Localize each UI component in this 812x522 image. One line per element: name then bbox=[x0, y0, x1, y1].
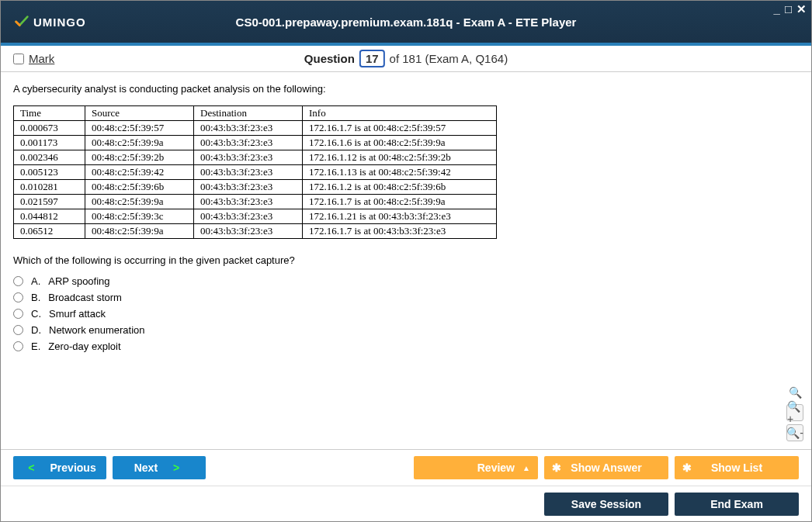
option-b[interactable]: B. Broadcast storm bbox=[13, 292, 799, 303]
table-cell: 00:43:b3:3f:23:e3 bbox=[194, 209, 303, 224]
option-radio[interactable] bbox=[13, 276, 23, 286]
table-cell: 00:43:b3:3f:23:e3 bbox=[194, 195, 303, 209]
titlebar: UMINGO CS0-001.prepaway.premium.exam.181… bbox=[1, 1, 811, 43]
show-answer-label: Show Answer bbox=[571, 462, 641, 474]
option-text: Network enumeration bbox=[49, 324, 145, 336]
table-cell: 0.044812 bbox=[14, 209, 85, 224]
table-row: 0.00234600:48:c2:5f:39:2b00:43:b3:3f:23:… bbox=[14, 150, 497, 165]
question-total: of 181 (Exam A, Q164) bbox=[390, 52, 508, 65]
table-cell: 0.06512 bbox=[14, 224, 85, 239]
show-answer-button[interactable]: ✱Show Answer bbox=[544, 456, 668, 479]
table-cell: 00:43:b3:3f:23:e3 bbox=[194, 224, 303, 239]
option-d[interactable]: D. Network enumeration bbox=[13, 324, 799, 336]
table-row: 0.01028100:48:c2:5f:39:6b00:43:b3:3f:23:… bbox=[14, 180, 497, 195]
end-exam-button[interactable]: End Exam bbox=[675, 493, 799, 516]
option-letter: C. bbox=[31, 308, 41, 320]
option-e[interactable]: E. Zero-day exploit bbox=[13, 341, 799, 352]
next-button[interactable]: Next> bbox=[113, 456, 206, 479]
option-text: Zero-day exploit bbox=[48, 341, 120, 352]
star-icon: ✱ bbox=[552, 462, 561, 474]
close-icon[interactable]: ✕ bbox=[796, 2, 807, 16]
option-text: ARP spoofing bbox=[48, 275, 109, 287]
option-letter: E. bbox=[31, 341, 40, 352]
options-list: A. ARP spoofingB. Broadcast stormC. Smur… bbox=[13, 275, 799, 352]
chevron-right-icon: > bbox=[173, 462, 179, 474]
maximize-icon[interactable]: □ bbox=[785, 2, 792, 16]
table-cell: 172.16.1.7 is at 00:48:c2:5f:39:9a bbox=[303, 195, 497, 209]
brand-logo: UMINGO bbox=[13, 13, 86, 30]
table-row: 0.02159700:48:c2:5f:39:9a00:43:b3:3f:23:… bbox=[14, 195, 497, 209]
col-time: Time bbox=[14, 106, 85, 121]
table-cell: 00:48:c2:5f:39:2b bbox=[85, 150, 194, 165]
question-prompt: A cybersecurity analyst is conducting pa… bbox=[13, 83, 799, 95]
option-a[interactable]: A. ARP spoofing bbox=[13, 275, 799, 287]
table-cell: 0.005123 bbox=[14, 165, 85, 180]
question-header: Mark Question 17 of 181 (Exam A, Q164) bbox=[1, 46, 811, 72]
window-title: CS0-001.prepaway.premium.exam.181q - Exa… bbox=[236, 16, 577, 29]
table-cell: 172.16.1.6 is at 00:48:c2:5f:39:9a bbox=[303, 136, 497, 150]
question-word: Question bbox=[304, 52, 355, 65]
table-cell: 172.16.1.12 is at 00:48:c2:5f:39:2b bbox=[303, 150, 497, 165]
chevron-left-icon: < bbox=[28, 462, 34, 474]
option-radio[interactable] bbox=[13, 325, 23, 335]
save-session-button[interactable]: Save Session bbox=[544, 493, 668, 516]
table-cell: 0.010281 bbox=[14, 180, 85, 195]
minimize-icon[interactable]: _ bbox=[774, 2, 780, 16]
brand-text: UMINGO bbox=[33, 16, 86, 29]
table-cell: 00:43:b3:3f:23:e3 bbox=[194, 180, 303, 195]
table-cell: 172.16.1.2 is at 00:48:c2:5f:39:6b bbox=[303, 180, 497, 195]
option-letter: D. bbox=[31, 324, 41, 336]
review-label: Review bbox=[477, 462, 515, 474]
previous-button[interactable]: <Previous bbox=[13, 456, 106, 479]
table-row: 0.00067300:48:c2:5f:39:5700:43:b3:3f:23:… bbox=[14, 121, 497, 136]
option-text: Broadcast storm bbox=[48, 292, 122, 303]
table-cell: 00:43:b3:3f:23:e3 bbox=[194, 136, 303, 150]
star-icon: ✱ bbox=[682, 462, 692, 474]
table-cell: 00:48:c2:5f:39:9a bbox=[85, 224, 194, 239]
table-cell: 0.001173 bbox=[14, 136, 85, 150]
checkmark-icon bbox=[13, 13, 30, 30]
table-cell: 00:48:c2:5f:39:9a bbox=[85, 136, 194, 150]
table-cell: 172.16.1.13 is at 00:48:c2:5f:39:42 bbox=[303, 165, 497, 180]
table-row: 0.0651200:48:c2:5f:39:9a00:43:b3:3f:23:e… bbox=[14, 224, 497, 239]
option-radio[interactable] bbox=[13, 341, 23, 351]
show-list-button[interactable]: ✱Show List bbox=[675, 456, 799, 479]
table-cell: 172.16.1.7 is at 00:43:b3:3f:23:e3 bbox=[303, 224, 497, 239]
footer-nav: <Previous Next> Review▲ ✱Show Answer ✱Sh… bbox=[1, 449, 811, 486]
option-text: Smurf attack bbox=[49, 308, 106, 320]
option-radio[interactable] bbox=[13, 309, 23, 319]
question-followup: Which of the following is occurring in t… bbox=[13, 254, 799, 266]
table-row: 0.00117300:48:c2:5f:39:9a00:43:b3:3f:23:… bbox=[14, 136, 497, 150]
table-row: 0.04481200:48:c2:5f:39:3c00:43:b3:3f:23:… bbox=[14, 209, 497, 224]
option-letter: B. bbox=[31, 292, 40, 303]
table-cell: 00:48:c2:5f:39:6b bbox=[85, 180, 194, 195]
table-cell: 00:48:c2:5f:39:57 bbox=[85, 121, 194, 136]
table-cell: 00:48:c2:5f:39:42 bbox=[85, 165, 194, 180]
table-row: 0.00512300:48:c2:5f:39:4200:43:b3:3f:23:… bbox=[14, 165, 497, 180]
search-icon[interactable]: 🔍 bbox=[786, 384, 803, 401]
zoom-in-icon[interactable]: 🔍+ bbox=[786, 404, 803, 421]
option-letter: A. bbox=[31, 275, 40, 287]
table-header-row: Time Source Destination Info bbox=[14, 106, 497, 121]
previous-label: Previous bbox=[50, 462, 96, 474]
mark-checkbox-input[interactable] bbox=[13, 54, 24, 64]
table-cell: 00:43:b3:3f:23:e3 bbox=[194, 121, 303, 136]
table-cell: 00:43:b3:3f:23:e3 bbox=[194, 165, 303, 180]
option-c[interactable]: C. Smurf attack bbox=[13, 308, 799, 320]
mark-checkbox[interactable]: Mark bbox=[13, 52, 54, 65]
table-cell: 0.002346 bbox=[14, 150, 85, 165]
col-source: Source bbox=[85, 106, 194, 121]
triangle-up-icon: ▲ bbox=[522, 464, 530, 472]
packet-table: Time Source Destination Info 0.00067300:… bbox=[13, 105, 497, 239]
zoom-controls: 🔍 🔍+ 🔍- bbox=[786, 384, 803, 441]
table-cell: 00:43:b3:3f:23:e3 bbox=[194, 150, 303, 165]
table-cell: 00:48:c2:5f:39:9a bbox=[85, 195, 194, 209]
review-button[interactable]: Review▲ bbox=[414, 456, 538, 479]
zoom-out-icon[interactable]: 🔍- bbox=[786, 424, 803, 441]
footer-session: Save Session End Exam bbox=[1, 486, 811, 522]
table-cell: 0.021597 bbox=[14, 195, 85, 209]
show-list-label: Show List bbox=[711, 462, 762, 474]
option-radio[interactable] bbox=[13, 292, 23, 302]
question-number[interactable]: 17 bbox=[359, 50, 385, 67]
col-info: Info bbox=[303, 106, 497, 121]
